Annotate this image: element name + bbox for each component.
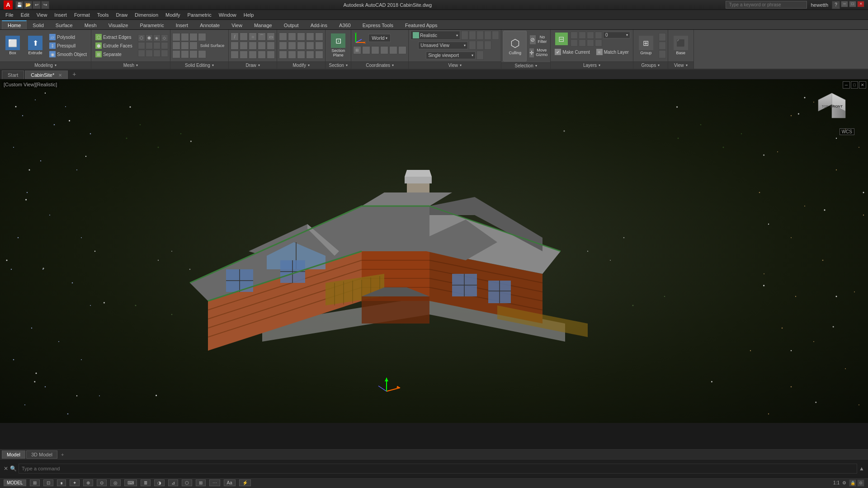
osnap-btn[interactable]: ⊕	[83, 479, 93, 486]
polar-btn[interactable]: ✦	[70, 479, 80, 486]
solid-edit-3[interactable]	[189, 33, 198, 41]
box-button[interactable]: ⬜ Box	[2, 32, 24, 59]
solid-edit-1[interactable]	[172, 33, 180, 41]
modify-t3[interactable]	[297, 33, 305, 41]
solid-edit-5[interactable]	[172, 42, 180, 50]
draw-t1[interactable]	[231, 42, 239, 50]
modify-label[interactable]: Modify ▾	[277, 61, 325, 69]
layer-tools-3[interactable]	[587, 32, 594, 39]
draw-t8[interactable]	[249, 51, 257, 59]
draw-t2[interactable]	[240, 42, 248, 50]
cmd-search-btn[interactable]: 🔍	[10, 465, 17, 472]
extrude-faces-button[interactable]: ⬢ Extrude Faces	[93, 42, 134, 50]
move-gizmo-button[interactable]: ✛ Move Gizmo	[528, 47, 548, 59]
layer-tools-5[interactable]	[571, 39, 578, 47]
menu-draw[interactable]: Draw	[112, 11, 131, 19]
modify-t12[interactable]	[288, 51, 296, 59]
groups-t3[interactable]	[659, 50, 666, 58]
model-tab-3d[interactable]: 3D Model	[26, 450, 57, 459]
modify-t6[interactable]	[279, 42, 287, 50]
grid-btn[interactable]: ⊞	[30, 479, 40, 486]
solid-edit-9[interactable]	[181, 50, 189, 58]
presspull-button[interactable]: ⇕ Presspull	[47, 42, 89, 50]
model-tab-add[interactable]: +	[58, 451, 66, 458]
modify-t11[interactable]	[279, 51, 287, 59]
coord-t3[interactable]	[371, 46, 379, 54]
tab-annotate[interactable]: Annotate	[194, 21, 226, 29]
ortho-btn[interactable]: ∎	[57, 479, 66, 486]
modify-t1[interactable]	[279, 33, 287, 41]
coord-t6[interactable]	[398, 46, 406, 54]
solid-edit-10[interactable]	[189, 50, 198, 58]
tab-manage[interactable]: Manage	[248, 21, 278, 29]
mesh-label[interactable]: Mesh ▾	[91, 61, 170, 69]
layer-tools-7[interactable]	[587, 39, 594, 47]
menu-view[interactable]: View	[33, 11, 51, 19]
menu-insert[interactable]: Insert	[51, 11, 71, 19]
help-btn[interactable]: ?	[832, 1, 840, 9]
draw-t4[interactable]	[258, 42, 266, 50]
menu-tools[interactable]: Tools	[94, 11, 113, 19]
mesh-tool-7[interactable]	[153, 42, 160, 49]
layer-tools-6[interactable]	[579, 39, 586, 47]
layer-properties-button[interactable]: ⊟	[553, 31, 570, 47]
modeling-label[interactable]: Modeling ▾	[0, 61, 91, 69]
isolation-btn[interactable]: ⋯	[209, 479, 220, 486]
tab-surface[interactable]: Surface	[50, 21, 79, 29]
draw-pline[interactable]	[240, 33, 248, 41]
draw-t6[interactable]	[231, 51, 239, 59]
menu-modify[interactable]: Modify	[162, 11, 184, 19]
world-dropdown[interactable]: World ▾	[368, 34, 391, 42]
modify-t15[interactable]	[315, 51, 323, 59]
tab-visualize[interactable]: Visualize	[103, 21, 134, 29]
solid-edit-11[interactable]	[198, 50, 206, 58]
hardwareaccel-btn[interactable]: ⚡	[239, 479, 251, 486]
draw-t5[interactable]	[267, 42, 275, 50]
draw-rect[interactable]: ▭	[267, 33, 275, 41]
mesh-tool-12[interactable]	[161, 50, 168, 57]
dynin-btn[interactable]: ⌨	[124, 479, 137, 486]
modify-t5[interactable]	[315, 33, 323, 41]
solid-edit-4[interactable]	[198, 33, 206, 41]
modify-t2[interactable]	[288, 33, 296, 41]
view-t4[interactable]	[476, 51, 484, 60]
model-label[interactable]: MODEL	[4, 479, 26, 486]
tab-view[interactable]: View	[226, 21, 248, 29]
draw-label[interactable]: Draw ▾	[229, 61, 277, 69]
mesh-tool-1[interactable]: ⬡	[138, 34, 145, 42]
draw-t9[interactable]	[258, 51, 266, 59]
groups-t1[interactable]	[659, 33, 666, 41]
cmd-close-btn[interactable]: ✕	[4, 465, 8, 472]
tab-featured-apps[interactable]: Featured Apps	[399, 21, 443, 29]
layer-tools-2[interactable]	[579, 32, 586, 39]
viewport-dropdown[interactable]: Single viewport ▾	[426, 52, 476, 59]
modify-t7[interactable]	[288, 42, 296, 50]
solid-surface-button[interactable]: Solid Surface	[198, 42, 227, 50]
settings-btn[interactable]: ⚙	[857, 479, 864, 487]
modify-t14[interactable]	[306, 51, 314, 59]
mesh-tool-3[interactable]: ◈	[153, 34, 160, 42]
match-layer-button[interactable]: ≈ Match Layer	[594, 48, 631, 56]
workspace-btn[interactable]: ⚙	[842, 480, 846, 485]
tab-add-ins[interactable]: Add-ins	[305, 21, 333, 29]
view-right-label[interactable]: View ▾	[668, 61, 693, 69]
coord-t1[interactable]: ⊞	[353, 46, 361, 54]
groups-label[interactable]: Groups ▾	[633, 61, 668, 69]
tab-express-tools[interactable]: Express Tools	[357, 21, 399, 29]
quick-access-undo[interactable]: ↩	[33, 1, 41, 9]
modify-t13[interactable]	[297, 51, 305, 59]
menu-file[interactable]: File	[2, 11, 17, 19]
no-filter-button[interactable]: ⊘ No Filter	[528, 33, 548, 46]
modify-t9[interactable]	[306, 42, 314, 50]
section-plane-button[interactable]: ⊡ SectionPlane	[327, 32, 349, 59]
search-input[interactable]	[726, 1, 807, 9]
vp-close-btn[interactable]: ✕	[859, 81, 866, 89]
new-tab-button[interactable]: +	[69, 69, 80, 79]
visual-style-dropdown[interactable]: Realistic ▾	[410, 31, 460, 40]
layer-tools-1[interactable]	[571, 32, 578, 39]
extract-edges-button[interactable]: ⬡ Extract Edges	[93, 33, 134, 41]
layer-tools-4[interactable]	[595, 32, 602, 39]
view-extra-tools[interactable]	[461, 31, 499, 40]
quick-access-redo[interactable]: ↪	[41, 1, 49, 9]
anno-vis-btn[interactable]: Aa	[224, 479, 236, 486]
